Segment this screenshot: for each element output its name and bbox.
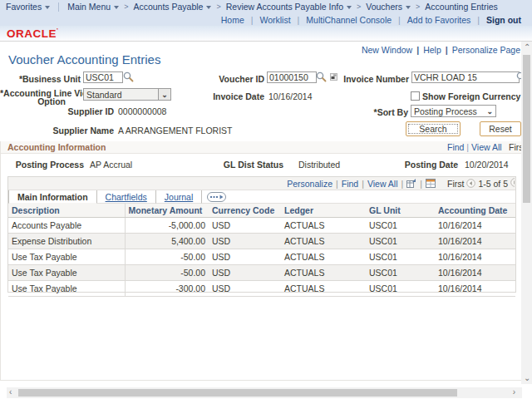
grid-toolbar: Personalize | Find | View All | | First — [8, 177, 515, 190]
tab-chartfields[interactable]: Chartfields — [97, 190, 156, 204]
utility-separator: | — [251, 15, 254, 25]
accounting-line-view-label-line2: Option — [37, 96, 81, 106]
cell-accounting-date: 10/16/2014 — [435, 265, 515, 281]
header-bar: ORACLE — [0, 26, 532, 42]
cell-description: Expense Distribution — [8, 234, 125, 249]
show-foreign-currency-checkbox[interactable] — [411, 91, 420, 101]
cell-description: Accounts Payable — [8, 218, 125, 234]
utility-bar: Home | Worklist | MultiChannel Console |… — [0, 13, 532, 26]
cell-ledger: ACTUALS — [281, 265, 366, 281]
grid-view-all-link[interactable]: View All — [367, 179, 398, 189]
grid-first-label: First — [447, 179, 464, 189]
cell-description: Use Tax Payable — [8, 281, 125, 297]
sort-by-select[interactable]: Posting Process ⌄ — [411, 105, 496, 117]
business-unit-lookup-icon[interactable] — [123, 71, 134, 82]
previous-page-icon[interactable] — [466, 179, 475, 188]
cell-accounting-date: 10/16/2014 — [435, 218, 515, 234]
vertical-scrollbar[interactable]: ⌃ ⌄ — [521, 42, 532, 384]
find-link[interactable]: Find — [447, 142, 464, 152]
breadcrumb: Favorites Main Menu > Accounts Payable >… — [0, 0, 532, 13]
multichannel-console-link[interactable]: MultiChannel Console — [306, 15, 392, 25]
scroll-right-icon[interactable]: › — [513, 388, 515, 397]
cell-accounting-date: 10/16/2014 — [435, 281, 515, 297]
caret-down-icon — [347, 6, 352, 9]
cell-gl-unit: USC01 — [366, 281, 435, 297]
grid-find-link[interactable]: Find — [342, 179, 358, 189]
sort-by-label: *Sort By — [331, 107, 408, 117]
tab-journal[interactable]: Journal — [156, 190, 202, 204]
voucher-id-label: Voucher ID — [190, 74, 264, 84]
accounting-entries-table: Description Monetary Amount Currency Cod… — [8, 204, 515, 297]
favorites-menu[interactable]: Favorites — [6, 2, 50, 12]
breadcrumb-item-label: Accounting Entries — [425, 2, 498, 12]
supplier-id-label: Supplier ID — [0, 106, 114, 116]
help-link[interactable]: Help — [423, 45, 441, 55]
next-page-icon[interactable] — [510, 178, 515, 189]
breadcrumb-divider — [58, 2, 59, 12]
worklist-link[interactable]: Worklist — [259, 15, 290, 25]
select-chevron-icon: ⌄ — [158, 89, 170, 100]
home-link[interactable]: Home — [221, 15, 244, 25]
grid-tabs: Main Information Chartfields Journal — [8, 190, 515, 204]
horizontal-scrollbar-thumb[interactable] — [18, 389, 457, 397]
sign-out-link[interactable]: Sign out — [486, 15, 521, 25]
reset-button[interactable]: Reset — [480, 121, 521, 136]
accounting-entries-grid: Personalize | Find | View All | | First — [7, 176, 516, 293]
gl-dist-status-label: GL Dist Status — [213, 160, 283, 170]
main-menu-label: Main Menu — [67, 2, 111, 12]
tab-main-information[interactable]: Main Information — [8, 190, 97, 204]
zoom-grid-icon[interactable] — [406, 179, 416, 188]
cell-monetary-amount: -50.00 — [125, 265, 209, 281]
invoice-number-input[interactable] — [411, 71, 520, 83]
page-links-separator: | — [446, 45, 448, 55]
horizontal-scrollbar[interactable]: ‹ › — [7, 387, 522, 398]
page-action-links: New Window | Help | Personalize Page — [362, 45, 520, 55]
breadcrumb-item-review-ap-info[interactable]: Review Accounts Payable Info — [226, 2, 352, 12]
supplier-id-value: 0000000008 — [118, 106, 166, 116]
cell-gl-unit: USC01 — [366, 265, 435, 281]
breadcrumb-item-accounting-entries: Accounting Entries — [425, 2, 498, 12]
business-unit-input[interactable] — [83, 71, 123, 83]
column-header-currency-code: Currency Code — [209, 204, 281, 218]
breadcrumb-item-vouchers[interactable]: Vouchers — [366, 2, 411, 12]
cell-currency-code: USD — [209, 218, 281, 234]
posting-date-label: Posting Date — [387, 160, 458, 170]
show-all-columns-icon[interactable] — [207, 192, 226, 202]
main-menu[interactable]: Main Menu — [67, 2, 119, 12]
scroll-down-icon[interactable]: ⌄ — [524, 374, 530, 382]
link-separator: | — [466, 142, 469, 152]
accounting-line-view-select[interactable]: Standard ⌄ — [83, 88, 171, 101]
table-row: Use Tax Payable -300.00 USD ACTUALS USC0… — [8, 281, 515, 297]
cell-currency-code: USD — [209, 265, 281, 281]
new-window-link[interactable]: New Window — [362, 45, 412, 55]
cell-accounting-date: 10/16/2014 — [435, 249, 515, 265]
table-row: Use Tax Payable -50.00 USD ACTUALS USC01… — [8, 265, 515, 281]
personalize-link[interactable]: Personalize — [287, 179, 332, 189]
accounting-line-view-value: Standard — [84, 90, 158, 100]
tab-label: Main Information — [17, 192, 88, 202]
scroll-up-icon[interactable]: ⌃ — [524, 43, 530, 52]
utility-separator: | — [398, 15, 401, 25]
accounting-line-view-label: *Accounting Line View Option — [0, 89, 81, 106]
table-header-row: Description Monetary Amount Currency Cod… — [8, 204, 515, 218]
tab-icon-cell — [202, 190, 515, 204]
cell-gl-unit: USC01 — [366, 234, 435, 249]
personalize-page-link[interactable]: Personalize Page — [452, 45, 520, 55]
breadcrumb-item-accounts-payable[interactable]: Accounts Payable — [133, 2, 211, 12]
download-grid-icon[interactable] — [426, 179, 436, 188]
breadcrumb-item-label: Review Accounts Payable Info — [226, 2, 343, 12]
view-all-link[interactable]: View All — [471, 142, 502, 152]
search-button[interactable]: Search — [406, 121, 461, 136]
page-links-separator: | — [416, 45, 419, 55]
cell-description: Use Tax Payable — [8, 249, 125, 265]
cell-gl-unit: USC01 — [366, 218, 435, 234]
scroll-left-icon[interactable]: ‹ — [9, 388, 12, 397]
vertical-scrollbar-thumb[interactable] — [523, 55, 530, 203]
column-header-ledger: Ledger — [281, 204, 366, 218]
add-to-favorites-link[interactable]: Add to Favorites — [407, 15, 470, 25]
voucher-id-input[interactable] — [267, 71, 317, 83]
posting-process-value: AP Accrual — [90, 160, 132, 170]
voucher-id-lookup-icon[interactable] — [316, 71, 327, 82]
supplier-name-value: A ARRANGEMENT FLORIST — [118, 126, 233, 135]
cell-monetary-amount: 5,400.00 — [125, 234, 209, 249]
